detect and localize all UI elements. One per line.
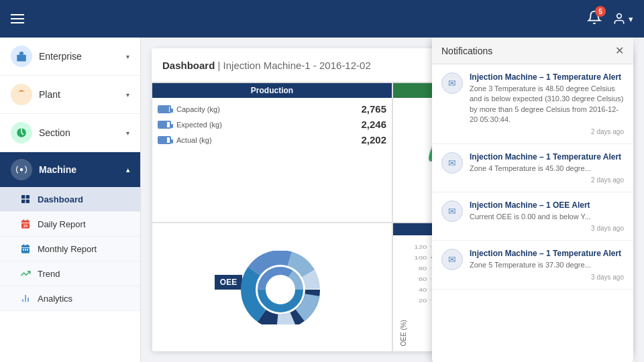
oee-donut-chart <box>237 251 324 324</box>
notifications-title: Notifications <box>441 46 492 56</box>
svg-rect-9 <box>26 200 30 203</box>
svg-rect-19 <box>23 249 24 251</box>
sidebar-item-plant[interactable]: Plant ▾ <box>0 76 140 114</box>
notif-body-0: Zone 3 Temperature is 48.50 degree Celsi… <box>470 84 624 125</box>
notif-icon-3: ✉ <box>441 249 463 270</box>
submenu-monthly-report[interactable]: Monthly Report <box>0 237 140 261</box>
enterprise-chevron: ▾ <box>126 53 129 60</box>
submenu-daily-report[interactable]: 24 Daily Report <box>0 212 140 237</box>
plant-chevron: ▾ <box>126 91 129 99</box>
actual-value: 2,202 <box>360 134 386 145</box>
analytics-label: Analytics <box>38 294 72 304</box>
production-row-actual: Actual (kg) 2,202 <box>158 134 386 145</box>
monthly-report-label: Monthly Report <box>38 244 97 254</box>
enterprise-icon <box>11 46 32 67</box>
capacity-label: Capacity (kg) <box>176 105 354 113</box>
main-layout: Enterprise ▾ Plant ▾ Section ▾ Machine ▴ <box>0 38 644 362</box>
plant-label: Plant <box>39 89 60 100</box>
enterprise-label: Enterprise <box>39 51 82 62</box>
svg-rect-6 <box>21 195 25 198</box>
y-axis-label: OEE (%) <box>398 243 407 347</box>
svg-text:80: 80 <box>419 265 427 271</box>
sidebar-item-enterprise[interactable]: Enterprise ▾ <box>0 38 140 76</box>
svg-text:100: 100 <box>414 255 427 260</box>
notif-time-0: 2 days ago <box>470 128 624 135</box>
svg-rect-1 <box>17 55 26 62</box>
notification-item-2[interactable]: ✉ Injection Machine – 1 OEE Alert Curren… <box>432 192 633 241</box>
production-row-expected: Expected (kg) 2,246 <box>158 119 386 130</box>
submenu-trend[interactable]: Trend <box>0 261 140 286</box>
notif-body-3: Zone 5 Temperature is 37.30 degre... <box>470 260 624 270</box>
sidebar: Enterprise ▾ Plant ▾ Section ▾ Machine ▴ <box>0 38 141 362</box>
capacity-value: 2,765 <box>360 103 386 115</box>
submenu-dashboard[interactable]: Dashboard <box>0 187 140 212</box>
notif-time-2: 3 days ago <box>470 225 624 232</box>
svg-point-5 <box>20 168 23 172</box>
machine-label: Machine <box>39 164 76 175</box>
notif-body-2: Current OEE is 0.00 and is below Y... <box>470 212 624 222</box>
svg-text:24: 24 <box>23 224 28 228</box>
notification-item-1[interactable]: ✉ Injection Machine – 1 Temperature Aler… <box>432 144 633 192</box>
dashboard-title: Dashboard | Injection Machine-1 - 2016-1… <box>162 60 371 71</box>
svg-point-0 <box>617 14 622 19</box>
svg-text:120: 120 <box>414 244 427 249</box>
svg-text:60: 60 <box>419 276 427 282</box>
notif-title-0: Injection Machine – 1 Temperature Alert <box>470 72 624 82</box>
svg-rect-7 <box>26 195 30 198</box>
notification-item-3[interactable]: ✉ Injection Machine – 1 Temperature Aler… <box>432 241 633 289</box>
expected-value: 2,246 <box>360 119 386 130</box>
expected-battery <box>158 121 171 129</box>
actual-label: Actual (kg) <box>176 136 354 144</box>
notif-content-0: Injection Machine – 1 Temperature Alert … <box>470 72 624 135</box>
notif-body-1: Zone 4 Temperature is 45.30 degre... <box>470 164 624 174</box>
dashboard-breadcrumb: | Injection Machine-1 - 2016-12-02 <box>218 60 371 71</box>
plant-icon <box>11 84 32 105</box>
notif-content-3: Injection Machine – 1 Temperature Alert … <box>470 249 624 280</box>
notif-time-3: 3 days ago <box>470 274 624 281</box>
oee-cell: OEE <box>152 223 392 352</box>
notif-content-2: Injection Machine – 1 OEE Alert Current … <box>470 200 624 232</box>
notifications-panel: Notifications ✕ ✉ Injection Machine – 1 … <box>432 38 633 362</box>
user-menu[interactable]: ▾ <box>612 12 633 25</box>
notif-icon-0: ✉ <box>441 72 463 94</box>
expected-label: Expected (kg) <box>176 121 354 129</box>
sidebar-item-machine[interactable]: Machine ▴ <box>0 152 140 187</box>
notifications-header: Notifications ✕ <box>432 38 633 64</box>
notif-icon-2: ✉ <box>441 200 463 222</box>
daily-report-label: Daily Report <box>38 219 86 229</box>
production-cell: Production Capacity (kg) 2,765 Expected … <box>152 82 392 223</box>
machine-icon <box>11 159 32 180</box>
notif-time-1: 2 days ago <box>470 176 624 184</box>
submenu-analytics[interactable]: Analytics <box>0 286 140 311</box>
notification-item-0[interactable]: ✉ Injection Machine – 1 Temperature Aler… <box>432 64 633 144</box>
navbar: 5 ▾ <box>0 0 644 38</box>
svg-text:40: 40 <box>419 286 427 292</box>
notification-count: 5 <box>595 6 606 17</box>
hamburger-menu[interactable] <box>11 14 24 23</box>
notif-icon-1: ✉ <box>441 152 463 174</box>
production-header: Production <box>152 83 392 98</box>
notif-content-1: Injection Machine – 1 Temperature Alert … <box>470 152 624 184</box>
svg-rect-15 <box>21 245 30 253</box>
production-row-capacity: Capacity (kg) 2,765 <box>158 103 386 115</box>
svg-rect-20 <box>25 249 26 251</box>
notifications-list: ✉ Injection Machine – 1 Temperature Aler… <box>432 64 633 362</box>
notifications-close[interactable]: ✕ <box>615 44 624 57</box>
section-label: Section <box>39 127 70 138</box>
navbar-right: 5 ▾ <box>587 10 633 27</box>
svg-text:20: 20 <box>419 297 427 302</box>
svg-point-37 <box>270 279 291 300</box>
sidebar-item-section[interactable]: Section ▾ <box>0 114 140 152</box>
content-area: Dashboard | Injection Machine-1 - 2016-1… <box>141 38 644 362</box>
svg-rect-21 <box>27 249 28 251</box>
capacity-battery <box>158 105 171 113</box>
machine-submenu: Dashboard 24 Daily Report Monthly Report… <box>0 187 140 311</box>
trend-label: Trend <box>38 269 60 279</box>
notif-title-3: Injection Machine – 1 Temperature Alert <box>470 249 624 258</box>
section-chevron: ▾ <box>126 129 129 137</box>
bell-icon[interactable]: 5 <box>587 10 602 27</box>
section-icon <box>11 122 32 143</box>
notif-title-2: Injection Machine – 1 OEE Alert <box>470 200 624 210</box>
dashboard-label: Dashboard <box>38 194 83 204</box>
svg-rect-8 <box>21 200 25 203</box>
